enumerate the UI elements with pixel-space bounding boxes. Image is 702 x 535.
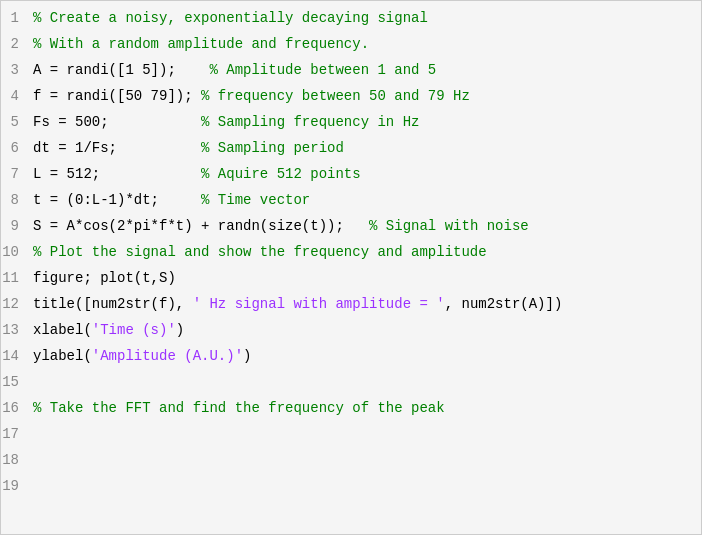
code-editor: 1% Create a noisy, exponentially decayin… — [0, 0, 702, 535]
code-comment: % Create a noisy, exponentially decaying… — [33, 10, 428, 26]
line-number: 3 — [1, 62, 29, 78]
code-text: ) — [243, 348, 251, 364]
line-number: 15 — [1, 374, 29, 390]
code-line: 1% Create a noisy, exponentially decayin… — [1, 9, 701, 35]
line-number: 16 — [1, 400, 29, 416]
code-text: A = randi([1 5]); — [33, 62, 209, 78]
code-line: 6dt = 1/Fs; % Sampling period — [1, 139, 701, 165]
code-text: title([num2str(f), — [33, 296, 193, 312]
line-content: A = randi([1 5]); % Amplitude between 1 … — [29, 62, 701, 78]
code-comment: % Time vector — [201, 192, 310, 208]
code-string: 'Time (s)' — [92, 322, 176, 338]
line-number: 6 — [1, 140, 29, 156]
line-number: 13 — [1, 322, 29, 338]
line-content: L = 512; % Aquire 512 points — [29, 166, 701, 182]
code-text: S = A*cos(2*pi*f*t) + randn(size(t)); — [33, 218, 369, 234]
code-line: 5Fs = 500; % Sampling frequency in Hz — [1, 113, 701, 139]
line-content: % Create a noisy, exponentially decaying… — [29, 10, 701, 26]
code-text: xlabel( — [33, 322, 92, 338]
line-number: 14 — [1, 348, 29, 364]
code-line: 13xlabel('Time (s)') — [1, 321, 701, 347]
line-content: xlabel('Time (s)') — [29, 322, 701, 338]
line-content: S = A*cos(2*pi*f*t) + randn(size(t)); % … — [29, 218, 701, 234]
line-content: Fs = 500; % Sampling frequency in Hz — [29, 114, 701, 130]
line-number: 9 — [1, 218, 29, 234]
code-text: f = randi([50 79]); — [33, 88, 201, 104]
line-number: 12 — [1, 296, 29, 312]
line-number: 11 — [1, 270, 29, 286]
line-content: f = randi([50 79]); % frequency between … — [29, 88, 701, 104]
line-number: 5 — [1, 114, 29, 130]
code-line: 12title([num2str(f), ' Hz signal with am… — [1, 295, 701, 321]
line-number: 18 — [1, 452, 29, 468]
code-line: 15 — [1, 373, 701, 399]
code-line: 10% Plot the signal and show the frequen… — [1, 243, 701, 269]
code-text: , num2str(A)]) — [445, 296, 563, 312]
line-content: t = (0:L-1)*dt; % Time vector — [29, 192, 701, 208]
code-line: 18 — [1, 451, 701, 477]
code-text: L = 512; — [33, 166, 201, 182]
code-line: 17 — [1, 425, 701, 451]
line-content: dt = 1/Fs; % Sampling period — [29, 140, 701, 156]
line-number: 7 — [1, 166, 29, 182]
code-string: ' Hz signal with amplitude = ' — [193, 296, 445, 312]
line-content: % Plot the signal and show the frequency… — [29, 244, 701, 260]
line-content: title([num2str(f), ' Hz signal with ampl… — [29, 296, 701, 312]
code-text: ylabel( — [33, 348, 92, 364]
code-line: 8t = (0:L-1)*dt; % Time vector — [1, 191, 701, 217]
line-content: % Take the FFT and find the frequency of… — [29, 400, 701, 416]
code-line: 14ylabel('Amplitude (A.U.)') — [1, 347, 701, 373]
code-text: ) — [176, 322, 184, 338]
code-line: 3A = randi([1 5]); % Amplitude between 1… — [1, 61, 701, 87]
code-comment: % With a random amplitude and frequency. — [33, 36, 369, 52]
code-comment: % Amplitude between 1 and 5 — [209, 62, 436, 78]
code-line: 2% With a random amplitude and frequency… — [1, 35, 701, 61]
code-line: 4f = randi([50 79]); % frequency between… — [1, 87, 701, 113]
line-number: 19 — [1, 478, 29, 494]
code-comment: % frequency between 50 and 79 Hz — [201, 88, 470, 104]
code-comment: % Signal with noise — [369, 218, 529, 234]
code-line: 19 — [1, 477, 701, 503]
code-comment: % Sampling period — [201, 140, 344, 156]
code-comment: % Aquire 512 points — [201, 166, 361, 182]
line-content: figure; plot(t,S) — [29, 270, 701, 286]
line-number: 2 — [1, 36, 29, 52]
code-comment: % Take the FFT and find the frequency of… — [33, 400, 445, 416]
code-comment: % Plot the signal and show the frequency… — [33, 244, 487, 260]
line-content: % With a random amplitude and frequency. — [29, 36, 701, 52]
code-text: t = (0:L-1)*dt; — [33, 192, 201, 208]
line-number: 10 — [1, 244, 29, 260]
code-text: figure; plot(t,S) — [33, 270, 176, 286]
code-text: Fs = 500; — [33, 114, 201, 130]
code-line: 16% Take the FFT and find the frequency … — [1, 399, 701, 425]
line-number: 17 — [1, 426, 29, 442]
code-string: 'Amplitude (A.U.)' — [92, 348, 243, 364]
line-number: 1 — [1, 10, 29, 26]
line-content: ylabel('Amplitude (A.U.)') — [29, 348, 701, 364]
line-number: 8 — [1, 192, 29, 208]
code-comment: % Sampling frequency in Hz — [201, 114, 419, 130]
code-line: 11figure; plot(t,S) — [1, 269, 701, 295]
line-number: 4 — [1, 88, 29, 104]
code-text: dt = 1/Fs; — [33, 140, 201, 156]
code-line: 9S = A*cos(2*pi*f*t) + randn(size(t)); %… — [1, 217, 701, 243]
code-line: 7L = 512; % Aquire 512 points — [1, 165, 701, 191]
